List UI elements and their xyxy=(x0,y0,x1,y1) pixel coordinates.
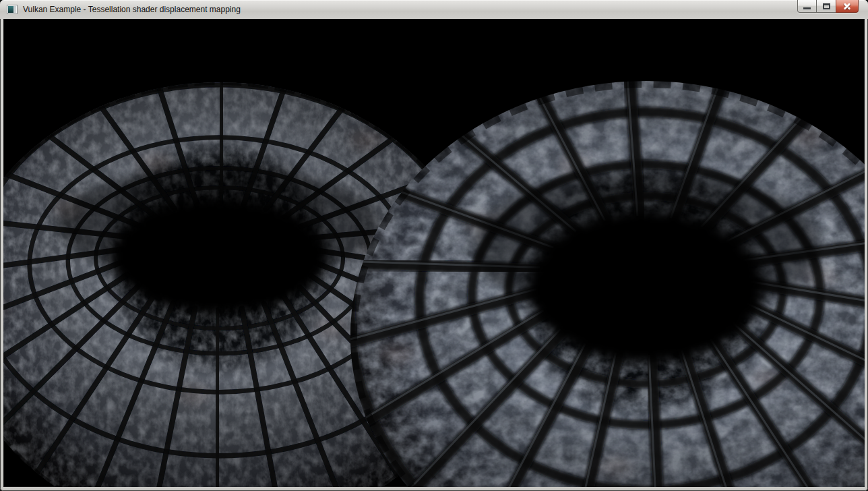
window-title: Vulkan Example - Tessellation shader dis… xyxy=(23,0,241,19)
window-controls xyxy=(797,0,859,13)
app-window: Vulkan Example - Tessellation shader dis… xyxy=(0,0,868,491)
close-icon xyxy=(842,2,852,11)
minimize-icon xyxy=(803,7,811,9)
app-icon xyxy=(7,5,18,14)
minimize-button[interactable] xyxy=(797,0,817,13)
maximize-icon xyxy=(823,3,830,9)
close-button[interactable] xyxy=(836,0,859,13)
maximize-button[interactable] xyxy=(817,0,836,13)
titlebar[interactable]: Vulkan Example - Tessellation shader dis… xyxy=(0,0,868,19)
render-viewport[interactable] xyxy=(3,19,865,487)
render-canvas xyxy=(3,19,865,487)
